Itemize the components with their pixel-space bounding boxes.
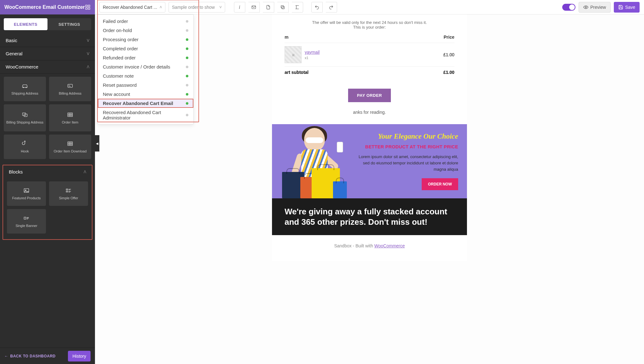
dropdown-item[interactable]: New account xyxy=(98,90,193,99)
tile-label: Single Banner xyxy=(15,223,37,228)
tile-label: Order Item Download xyxy=(54,149,87,153)
preview-button[interactable]: Preview xyxy=(579,2,611,13)
subtotal-label: art subtotal xyxy=(285,70,308,75)
svg-point-7 xyxy=(585,7,586,8)
svg-rect-19 xyxy=(66,191,68,192)
svg-rect-20 xyxy=(24,217,26,219)
accordion-basic[interactable]: Basic ᐯ xyxy=(0,34,95,47)
dropdown-item[interactable]: Recovered Abandoned Cart Administrator xyxy=(98,108,193,122)
page-button[interactable] xyxy=(263,2,274,13)
svg-rect-18 xyxy=(66,189,68,190)
promo-banner: Your Elegance Our Choice BETTER PRODUCT … xyxy=(272,124,467,198)
import-button[interactable] xyxy=(292,2,303,13)
redo-button[interactable] xyxy=(326,2,337,13)
dropdown-item[interactable]: Completed order xyxy=(98,44,193,53)
status-dot xyxy=(186,75,188,77)
save-button[interactable]: Save xyxy=(614,2,640,13)
svg-rect-15 xyxy=(68,142,73,146)
product-name-link[interactable]: yaymail xyxy=(305,50,319,55)
address-icon xyxy=(21,111,29,118)
tile-simple-offer[interactable]: Simple Offer xyxy=(49,181,88,206)
tile-label: Billing Shipping Address xyxy=(6,120,43,124)
enable-toggle[interactable] xyxy=(562,4,575,11)
product-qty: x1 xyxy=(305,56,319,60)
status-dot xyxy=(186,66,188,68)
status-dot xyxy=(186,29,188,32)
accordion-woocommerce[interactable]: WooCommerce ᐱ xyxy=(0,60,95,74)
tab-settings[interactable]: SETTINGS xyxy=(47,18,91,30)
hook-icon xyxy=(22,140,28,147)
tile-billing-shipping-address[interactable]: Billing Shipping Address xyxy=(4,104,46,131)
history-button[interactable]: History xyxy=(68,351,91,361)
preview-label: Preview xyxy=(590,5,606,10)
banner-text: Your Elegance Our Choice BETTER PRODUCT … xyxy=(354,124,467,198)
accordion-blocks[interactable]: Blocks ᐱ xyxy=(3,165,92,178)
status-dot xyxy=(186,114,188,116)
offer-line1: The offer will be valid only for the nex… xyxy=(285,20,454,25)
accordion-blocks-label: Blocks xyxy=(9,169,23,174)
dropdown-item[interactable]: Reset password xyxy=(98,80,193,90)
arrow-left-icon: ← xyxy=(4,354,8,358)
accordion-general[interactable]: General ᐯ xyxy=(0,47,95,60)
pay-order-button[interactable]: PAY ORDER xyxy=(348,89,391,102)
tile-billing-address[interactable]: Billing Address xyxy=(49,77,91,101)
tab-elements[interactable]: ELEMENTS xyxy=(4,18,47,30)
status-dot xyxy=(186,102,188,105)
back-to-dashboard-link[interactable]: ← BACK TO DASHBOARD xyxy=(4,354,56,358)
undo-icon xyxy=(314,5,319,10)
tile-label: Billing Address xyxy=(59,91,81,96)
dropdown-item[interactable]: Customer invoice / Order details xyxy=(98,62,193,71)
chevron-down-icon: ᐯ xyxy=(87,52,89,56)
woocommerce-link[interactable]: WooCommerce xyxy=(374,243,405,248)
car-icon xyxy=(21,82,29,89)
offer-line2: This is your order: xyxy=(285,25,454,30)
tile-hook[interactable]: Hook xyxy=(4,135,46,159)
tile-label: Simple Offer xyxy=(59,196,78,200)
sample-order-dropdown[interactable]: Sample order to show ᐯ xyxy=(169,2,225,13)
order-table: m Price ▣ yaymail x1 £1.00 art subtotal … xyxy=(272,31,467,84)
svg-rect-10 xyxy=(68,84,73,87)
image-icon xyxy=(22,187,31,194)
redo-icon xyxy=(329,5,334,10)
svg-rect-13 xyxy=(68,113,73,117)
dropdown-item[interactable]: Order on-hold xyxy=(98,26,193,35)
tile-shipping-address[interactable]: Shipping Address xyxy=(4,77,46,101)
save-icon xyxy=(618,5,623,10)
dropdown-item[interactable]: Processing order xyxy=(98,35,193,44)
status-dot xyxy=(186,93,188,96)
info-icon: i xyxy=(239,4,240,10)
template-dropdown[interactable]: Recover Abandoned Cart ... ᐱ xyxy=(99,2,165,13)
tile-single-banner[interactable]: Single Banner xyxy=(7,209,46,234)
template-dropdown-menu: Failed orderOrder on-holdProcessing orde… xyxy=(97,14,194,124)
svg-rect-2 xyxy=(86,8,87,9)
pay-row: PAY ORDER xyxy=(272,84,467,110)
order-row: ▣ yaymail x1 £1.00 xyxy=(285,43,454,66)
accordion-general-label: General xyxy=(6,51,22,56)
product-price: £1.00 xyxy=(443,52,454,57)
dropdown-item[interactable]: Refunded order xyxy=(98,53,193,62)
tile-order-item[interactable]: Order Item xyxy=(49,104,91,131)
undo-button[interactable] xyxy=(311,2,323,13)
footer-credit: Sandbox - Built with WooCommerce xyxy=(272,235,467,261)
copy-button[interactable] xyxy=(277,2,289,13)
chevron-down-icon: ᐯ xyxy=(87,38,89,43)
list-icon xyxy=(64,187,73,194)
send-test-email-button[interactable] xyxy=(248,2,260,13)
info-button[interactable]: i xyxy=(234,2,245,13)
dropdown-item-label: Processing order xyxy=(103,37,138,42)
panel-footer: ← BACK TO DASHBOARD History xyxy=(0,348,95,364)
offer-text: The offer will be valid only for the nex… xyxy=(272,14,467,31)
order-now-button[interactable]: ORDER NOW xyxy=(422,178,458,190)
collapse-sidebar-handle[interactable]: ◀ xyxy=(95,135,99,152)
blocks-section-highlight: Blocks ᐱ Featured Products Simple Offer … xyxy=(3,165,92,240)
col-item: m xyxy=(285,35,288,40)
tile-label: Featured Products xyxy=(12,196,41,200)
left-panel: ELEMENTS SETTINGS Basic ᐯ General ᐯ WooC… xyxy=(0,14,95,364)
dropdown-item[interactable]: Customer note xyxy=(98,71,193,80)
tile-featured-products[interactable]: Featured Products xyxy=(7,181,46,206)
dropdown-item[interactable]: Failed order xyxy=(98,17,193,26)
dropdown-item[interactable]: Recover Abandoned Cart Email xyxy=(98,99,193,108)
tile-order-item-download[interactable]: Order Item Download xyxy=(49,135,91,159)
dark-strip: We're giving away a fully stacked accoun… xyxy=(272,198,467,235)
grid-icon[interactable] xyxy=(85,4,91,10)
